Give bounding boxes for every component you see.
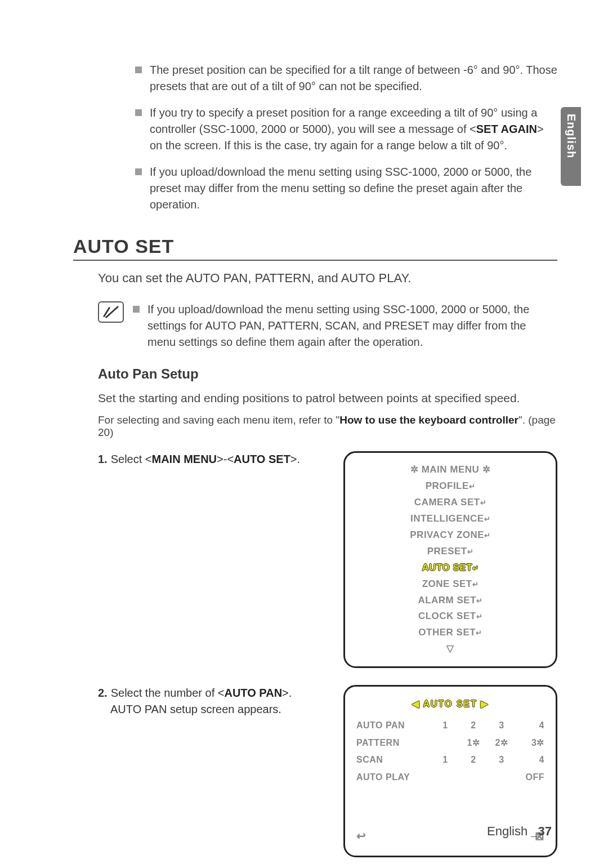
ref-pre: For selecting and saving each menu item,… <box>98 414 339 426</box>
square-bullet-icon <box>135 109 142 116</box>
square-bullet-icon <box>133 306 140 313</box>
osd-scroll-down-icon: ▽ <box>356 641 544 657</box>
step-2-text: 2.Select the number of <AUTO PAN>. AUTO … <box>98 685 332 718</box>
osd-item: INTELLIGENCE↵ <box>356 511 544 527</box>
list-item: If you try to specify a preset position … <box>135 105 557 154</box>
back-icon: ↩ <box>356 825 366 847</box>
note-block: If you upload/download the menu setting … <box>98 301 557 350</box>
reference-line: For selecting and saving each menu item,… <box>98 414 557 439</box>
square-bullet-icon <box>135 168 142 175</box>
subsection-body: Set the starting and ending positions to… <box>98 390 557 406</box>
osd-item: ALARM SET↵ <box>356 593 544 609</box>
footer-language: English <box>487 824 527 838</box>
ref-bold: How to use the keyboard controller <box>339 414 518 426</box>
osd-main-menu: ✲ MAIN MENU ✲ PROFILE↵ CAMERA SET↵ INTEL… <box>343 451 557 668</box>
table-row: AUTO PAN 1234 <box>356 717 544 734</box>
osd-item: OTHER SET↵ <box>356 625 544 641</box>
table-row: AUTO PLAY OFF <box>356 769 544 786</box>
top-notes-list: The preset position can be specified for… <box>135 62 557 213</box>
page-footer: English _37 <box>487 824 552 839</box>
osd-item: PROFILE↵ <box>356 478 544 495</box>
intro-text: You can set the AUTO PAN, PATTERN, and A… <box>98 271 557 286</box>
osd-item: PRIVACY ZONE↵ <box>356 527 544 544</box>
row-label: SCAN <box>356 751 430 768</box>
osd-item: PRESET↵ <box>356 544 544 560</box>
osd-item: CLOCK SET↵ <box>356 608 544 625</box>
osd-item: CAMERA SET↵ <box>356 495 544 511</box>
row-label: AUTO PAN <box>356 717 430 734</box>
section-heading-auto-set: AUTO SET <box>73 235 557 261</box>
row-label: PATTERN <box>356 735 430 751</box>
bullet-text: If you upload/download the menu setting … <box>150 164 557 213</box>
subsection-heading: Auto Pan Setup <box>98 366 557 382</box>
list-item: If you upload/download the menu setting … <box>135 164 557 213</box>
row-label: AUTO PLAY <box>356 769 430 786</box>
table-row: SCAN 1234 <box>356 751 544 768</box>
bullet-text: The preset position can be specified for… <box>150 62 557 95</box>
list-item: The preset position can be specified for… <box>135 62 557 95</box>
note-icon <box>98 301 124 323</box>
step-body: Select <MAIN MENU>-<AUTO SET>. <box>111 453 300 465</box>
footer-page-number: _37 <box>531 824 552 838</box>
step-1-row: 1.Select <MAIN MENU>-<AUTO SET>. ✲ MAIN … <box>98 451 557 668</box>
osd-item-selected: AUTO SET↵ <box>356 560 544 576</box>
table-row: PATTERN 1✲2✲3✲ <box>356 735 544 751</box>
step-1-text: 1.Select <MAIN MENU>-<AUTO SET>. <box>98 451 332 468</box>
language-side-tab: English <box>561 107 581 186</box>
step-body-a: Select the number of <AUTO PAN>. <box>111 687 292 699</box>
step-number: 1. <box>98 453 108 465</box>
osd-item: ZONE SET↵ <box>356 576 544 593</box>
bullet-text: If you try to specify a preset position … <box>150 105 557 154</box>
step-body-b: AUTO PAN setup screen appears. <box>110 701 281 718</box>
side-tab-label: English <box>565 114 578 158</box>
note-text: If you upload/download the menu setting … <box>147 301 557 350</box>
osd-table-title: ◀ AUTO SET ▶ <box>356 696 544 713</box>
square-bullet-icon <box>135 66 142 73</box>
osd-title: ✲ MAIN MENU ✲ <box>356 462 544 478</box>
step-number: 2. <box>98 687 108 699</box>
